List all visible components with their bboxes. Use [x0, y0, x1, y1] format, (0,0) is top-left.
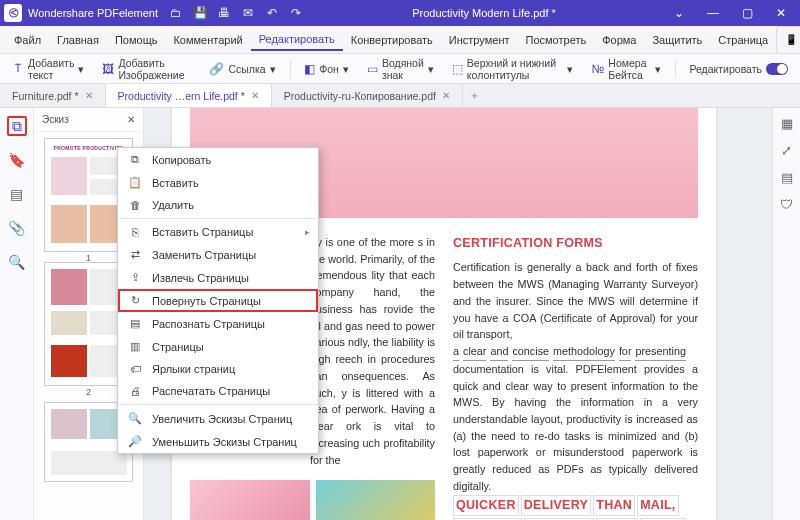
rotate-icon: ↻ [128, 294, 142, 307]
ctx-print-pages[interactable]: 🖨Распечатать Страницы [118, 380, 318, 402]
panel-close-icon[interactable]: ✕ [127, 114, 135, 125]
ctx-extract-pages[interactable]: ⇪Извлечь Страницы [118, 266, 318, 289]
menu-tool[interactable]: Инструмент [441, 30, 518, 50]
heading-quicker[interactable]: QUICKERDELIVERYTHANMAIL,CLEARERDELIVERYT… [453, 495, 698, 520]
ctx-page-labels[interactable]: 🏷Ярлыки страниц [118, 358, 318, 380]
app-logo-icon: ⧀ [4, 4, 22, 22]
tab-add[interactable]: ＋ [463, 84, 487, 107]
close-icon[interactable]: ✕ [766, 3, 796, 23]
ctx-zoom-in-thumbs[interactable]: 🔍Увеличить Эскизы Страниц [118, 407, 318, 430]
tab-productivity-copy[interactable]: Productivity-ru-Копирование.pdf✕ [272, 84, 463, 107]
tool-header-footer[interactable]: ⬚Верхний и нижний колонтитулы ▾ [448, 55, 578, 83]
app-brand: Wondershare PDFelement [28, 7, 158, 19]
right-column: CERTIFICATION FORMS Certification is gen… [453, 234, 698, 520]
tab-close-icon[interactable]: ✕ [442, 90, 450, 101]
menu-home[interactable]: Главная [49, 30, 107, 50]
qat-mail-icon[interactable]: ✉ [240, 5, 256, 21]
tool-add-text[interactable]: ＴДобавить текст ▾ [8, 55, 88, 83]
thumb-number: 2 [86, 387, 91, 397]
tool-link[interactable]: 🔗Ссылка ▾ [205, 60, 279, 78]
document-tabs: Furniture.pdf *✕ Productivity …ern Life.… [0, 84, 800, 108]
ctx-delete[interactable]: 🗑Удалить [118, 194, 318, 216]
ctx-pages[interactable]: ▥Страницы [118, 335, 318, 358]
tool-background[interactable]: ◧Фон ▾ [300, 60, 353, 78]
window-controls: ⌄ — ▢ ✕ [664, 3, 796, 23]
ctx-zoom-out-thumbs[interactable]: 🔎Уменьшить Эскизы Страниц [118, 430, 318, 453]
menu-page[interactable]: Страница [710, 30, 776, 50]
menu-edit[interactable]: Редактировать [251, 29, 343, 51]
bates-icon: № [591, 62, 604, 76]
tab-close-icon[interactable]: ✕ [85, 90, 93, 101]
image-icon: 🖼 [102, 62, 114, 76]
body-text[interactable]: Certification is generally a back and fo… [453, 259, 698, 494]
menu-protect[interactable]: Защитить [644, 30, 710, 50]
document-title: Productivity Modern Life.pdf * [304, 7, 664, 19]
right-sidebar: ▦ ⤢ ▤ 🛡 [772, 108, 800, 520]
ctx-ocr-pages[interactable]: ▤Распознать Страницы [118, 312, 318, 335]
ctx-rotate-pages[interactable]: ↻Повернуть Страницы [118, 289, 318, 312]
menubar: Файл Главная Помощь Комментарий Редактир… [0, 26, 800, 54]
layers-icon[interactable]: ▤ [7, 184, 27, 204]
inline-image[interactable] [190, 480, 310, 520]
copy-icon: ⧉ [128, 153, 142, 166]
print-icon: 🖨 [128, 385, 142, 397]
menu-comment[interactable]: Комментарий [165, 30, 250, 50]
device-switcher[interactable]: 📱iPhone / iPad [776, 26, 800, 54]
edit-toolbar: ＴДобавить текст ▾ 🖼Добавить Изображение … [0, 54, 800, 84]
ctx-copy[interactable]: ⧉Копировать [118, 148, 318, 171]
attachment-icon[interactable]: 📎 [7, 218, 27, 238]
expand-icon[interactable]: ⤢ [781, 143, 792, 158]
inline-image[interactable] [316, 480, 436, 520]
tool-add-image[interactable]: 🖼Добавить Изображение [98, 55, 195, 83]
chevron-right-icon: ▸ [305, 227, 310, 237]
qat-undo-icon[interactable]: ↶ [264, 5, 280, 21]
menu-view[interactable]: Посмотреть [518, 30, 595, 50]
extract-icon: ⇪ [128, 271, 142, 284]
qat-open-icon[interactable]: 🗀 [168, 5, 184, 21]
link-icon: 🔗 [209, 62, 224, 76]
ctx-paste[interactable]: 📋Вставить [118, 171, 318, 194]
text-icon: Ｔ [12, 60, 24, 77]
heading-certification[interactable]: CERTIFICATION FORMS [453, 234, 698, 253]
tool-watermark[interactable]: ▭Водяной знак ▾ [363, 55, 438, 83]
page-context-menu: ⧉Копировать 📋Вставить 🗑Удалить ⎘Вставить… [117, 147, 319, 454]
edit-toggle[interactable] [766, 63, 788, 75]
minimize-icon[interactable]: — [698, 3, 728, 23]
thumbnail-panel-header: Эскиз ✕ [34, 108, 143, 132]
pages-icon: ▥ [128, 340, 142, 353]
security-icon[interactable]: 🛡 [780, 197, 793, 212]
tool-bates[interactable]: №Номера Бейтса ▾ [587, 55, 664, 83]
menu-help[interactable]: Помощь [107, 30, 166, 50]
ocr-icon: ▤ [128, 317, 142, 330]
bookmark-icon[interactable]: 🔖 [7, 150, 27, 170]
menu-convert[interactable]: Конвертировать [343, 30, 441, 50]
labels-icon: 🏷 [128, 363, 142, 375]
thumbnails-icon[interactable]: ⧉ [7, 116, 27, 136]
qat-redo-icon[interactable]: ↷ [288, 5, 304, 21]
tab-close-icon[interactable]: ✕ [251, 90, 259, 101]
properties-icon[interactable]: ▦ [781, 116, 793, 131]
dropdown-icon[interactable]: ⌄ [664, 3, 694, 23]
watermark-icon: ▭ [367, 62, 378, 76]
search-icon[interactable]: 🔍 [7, 252, 27, 272]
menu-file[interactable]: Файл [6, 30, 49, 50]
paste-icon: 📋 [128, 176, 142, 189]
tab-productivity[interactable]: Productivity …ern Life.pdf *✕ [106, 84, 272, 107]
zoom-in-icon: 🔍 [128, 412, 142, 425]
layers2-icon[interactable]: ▤ [781, 170, 793, 185]
menu-form[interactable]: Форма [594, 30, 644, 50]
delete-icon: 🗑 [128, 199, 142, 211]
left-sidebar: ⧉ 🔖 ▤ 📎 🔍 [0, 108, 34, 520]
qat-print-icon[interactable]: 🖶 [216, 5, 232, 21]
tab-furniture[interactable]: Furniture.pdf *✕ [0, 84, 106, 107]
background-icon: ◧ [304, 62, 315, 76]
quick-access-toolbar: 🗀 💾 🖶 ✉ ↶ ↷ [168, 5, 304, 21]
ctx-insert-pages[interactable]: ⎘Вставить Страницы▸ [118, 221, 318, 243]
header-footer-icon: ⬚ [452, 62, 463, 76]
qat-save-icon[interactable]: 💾 [192, 5, 208, 21]
maximize-icon[interactable]: ▢ [732, 3, 762, 23]
tool-edit-mode[interactable]: Редактировать [685, 61, 792, 77]
phone-icon: 📱 [785, 34, 797, 45]
ctx-replace-pages[interactable]: ⇄Заменить Страницы [118, 243, 318, 266]
insert-icon: ⎘ [128, 226, 142, 238]
